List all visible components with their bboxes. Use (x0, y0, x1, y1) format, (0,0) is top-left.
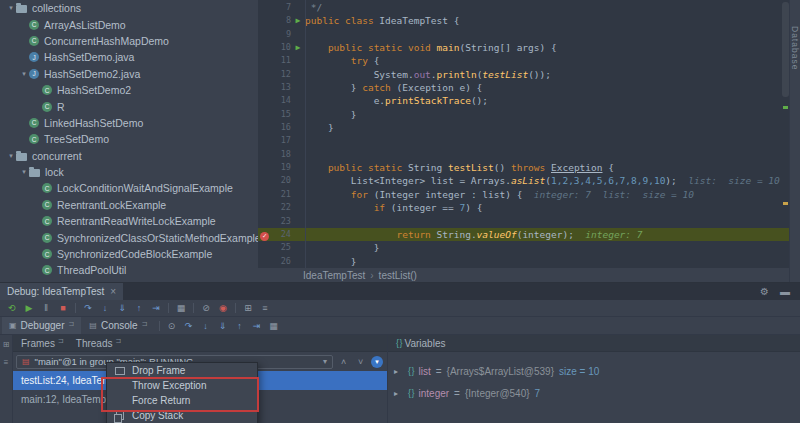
tool-window-button-database[interactable]: Database (790, 26, 800, 70)
run-icon[interactable]: ▶ (291, 41, 305, 54)
breakpoint-icon[interactable]: ✓ (260, 232, 269, 241)
menu-item-copy-stack[interactable]: Copy Stack (107, 408, 257, 423)
view-breakpoints-icon[interactable]: ◉ (215, 303, 231, 313)
variable-row-integer[interactable]: ▸{ }integer={Integer@540}7 (388, 382, 800, 404)
breakpoint-gutter[interactable] (258, 41, 271, 54)
breakpoint-gutter[interactable] (258, 161, 271, 174)
run-to-cursor-icon[interactable]: ⇥ (148, 303, 164, 313)
step-over-icon[interactable]: ↷ (181, 321, 197, 331)
breadcrumb-class[interactable]: IdeaTempTest (303, 270, 365, 281)
tree-item-treesetdemo[interactable]: CTreeSetDemo (0, 131, 258, 147)
breakpoint-gutter[interactable] (258, 148, 271, 161)
breakpoint-gutter[interactable] (258, 188, 271, 201)
previous-frame-icon[interactable]: ˄ (337, 357, 350, 367)
tree-item-concurrent[interactable]: ▾concurrent (0, 148, 258, 164)
breakpoint-gutter[interactable] (258, 108, 271, 121)
run-to-cursor-icon[interactable]: ⇥ (249, 321, 265, 331)
tab-frames[interactable]: Frames ⊐ (21, 338, 64, 349)
force-step-into-icon[interactable]: ⇓ (215, 321, 231, 331)
rerun-icon[interactable]: ⟲ (4, 303, 20, 313)
thread-filter-icon[interactable]: ▼ (371, 356, 383, 368)
tree-item-arrayaslistdemo[interactable]: CArrayAsListDemo (0, 16, 258, 32)
step-into-icon[interactable]: ↓ (97, 303, 113, 313)
line-number: 15 (271, 108, 291, 121)
expand-icon[interactable]: ▸ (394, 367, 403, 376)
stop-icon[interactable]: ■ (55, 303, 71, 313)
tree-item-linkedhashsetdemo[interactable]: CLinkedHashSetDemo (0, 115, 258, 131)
step-over-icon[interactable]: ↷ (80, 303, 96, 313)
editor-scrollbar[interactable] (782, 2, 789, 264)
chevron-down-icon[interactable]: ▾ (6, 4, 16, 12)
mute-breakpoints-icon[interactable]: ⊘ (198, 303, 214, 313)
grid-icon[interactable]: ⊞ (3, 340, 10, 349)
resume-icon[interactable]: ▶ (21, 303, 37, 313)
breakpoint-gutter[interactable] (258, 54, 271, 67)
chevron-down-icon[interactable]: ▾ (19, 70, 29, 78)
force-step-into-icon[interactable]: ⇓ (114, 303, 130, 313)
tree-item-hashsetdemo-java[interactable]: JHashSetDemo.java (0, 49, 258, 65)
tree-item-concurrenthashmapdemo[interactable]: CConcurrentHashMapDemo (0, 33, 258, 49)
breakpoint-gutter[interactable] (258, 255, 271, 268)
breakpoint-gutter[interactable] (258, 215, 271, 228)
breakpoint-gutter[interactable] (258, 1, 271, 14)
breakpoint-gutter[interactable] (258, 28, 271, 41)
code-text (305, 148, 790, 161)
menu-icon[interactable]: ≡ (4, 358, 9, 367)
tree-item-reentrantreadwritelockexample[interactable]: CReentrantReadWriteLockExample (0, 213, 258, 229)
code-area[interactable]: 7 */8▶public class IdeaTempTest {910▶ pu… (258, 1, 790, 268)
breakpoint-gutter[interactable] (258, 174, 271, 187)
expand-icon[interactable]: ▸ (394, 389, 403, 398)
tree-item-r[interactable]: CR (0, 98, 258, 114)
breakpoint-gutter[interactable] (258, 241, 271, 254)
pause-icon[interactable]: ‖ (38, 303, 54, 313)
tab-debug-ideatemptest[interactable]: Debug: IdeaTempTest × (0, 283, 123, 300)
class-icon: C (42, 200, 52, 210)
breakpoint-gutter[interactable] (258, 14, 271, 27)
evaluate-icon[interactable]: ▦ (173, 303, 189, 313)
editor-panel[interactable]: 7 */8▶public class IdeaTempTest {910▶ pu… (258, 0, 790, 282)
grid-icon[interactable]: ⊞ (240, 303, 256, 313)
chevron-down-icon[interactable]: ▾ (19, 168, 29, 176)
chevron-down-icon[interactable]: ▾ (6, 152, 16, 160)
menu-item-drop-frame[interactable]: Drop Frame (107, 363, 257, 378)
gutter-spacer (291, 1, 305, 14)
code-line-16: 16 } (258, 121, 790, 134)
tab-debugger[interactable]: ▣ Debugger ⊐ (2, 317, 81, 334)
tree-item-hashsetdemo2[interactable]: CHashSetDemo2 (0, 82, 258, 98)
step-out-icon[interactable]: ↑ (131, 303, 147, 313)
step-out-icon[interactable]: ↑ (232, 321, 248, 331)
menu-item-force-return[interactable]: Force Return (107, 393, 257, 408)
tab-console[interactable]: ▤ Console ⊐ (82, 317, 154, 334)
debugger-icon: ▣ (9, 321, 17, 330)
tree-item-synchronizedcodeblockexample[interactable]: CSynchronizedCodeBlockExample (0, 246, 258, 262)
next-frame-icon[interactable]: ˅ (354, 357, 367, 367)
tab-threads[interactable]: Threads ⊐ (76, 338, 122, 349)
breadcrumb-method[interactable]: testList() (379, 270, 417, 281)
hide-panel-icon[interactable]: ▬ (780, 286, 790, 297)
variable-row-list[interactable]: ▸{ }list={Arrays$ArrayList@539}size = 10 (388, 360, 800, 382)
breakpoint-gutter[interactable] (258, 68, 271, 81)
tree-item-hashsetdemo2-java[interactable]: ▾JHashSetDemo2.java (0, 66, 258, 82)
breakpoint-gutter[interactable] (258, 81, 271, 94)
show-execution-point-icon[interactable]: ⊙ (164, 321, 180, 331)
tree-item-lock[interactable]: ▾lock (0, 164, 258, 180)
breakpoint-gutter[interactable] (258, 201, 271, 214)
code-text: try { (305, 54, 790, 67)
tree-item-threadpoolutil[interactable]: CThreadPoolUtil (0, 262, 258, 278)
gear-icon[interactable]: ⚙ (760, 286, 769, 297)
scrollbar-thumb[interactable] (782, 2, 789, 97)
step-into-icon[interactable]: ↓ (198, 321, 214, 331)
tree-item-lockconditionwaitandsignalexample[interactable]: CLockConditionWaitAndSignalExample (0, 180, 258, 196)
evaluate-icon[interactable]: ▦ (266, 321, 282, 331)
menu-item-throw-exception[interactable]: Throw Exception (107, 378, 257, 393)
breakpoint-gutter[interactable]: ✓ (258, 228, 271, 241)
run-icon[interactable]: ▶ (291, 14, 305, 27)
breakpoint-gutter[interactable] (258, 121, 271, 134)
tree-item-reentrantlockexample[interactable]: CReentrantLockExample (0, 197, 258, 213)
close-icon[interactable]: × (110, 286, 116, 297)
tree-item-synchronizedclassorstaticmethodexample[interactable]: CSynchronizedClassOrStaticMethodExample (0, 229, 258, 245)
tree-item-collections[interactable]: ▾collections (0, 0, 258, 16)
breakpoint-gutter[interactable] (258, 134, 271, 147)
breakpoint-gutter[interactable] (258, 94, 271, 107)
menu-icon[interactable]: ≡ (257, 303, 273, 313)
